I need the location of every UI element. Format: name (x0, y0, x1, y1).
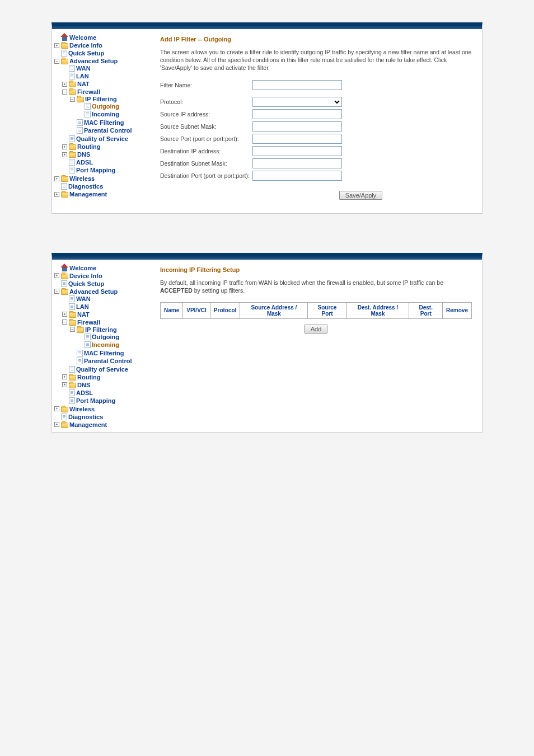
page-icon (85, 334, 91, 340)
page-icon (77, 119, 83, 126)
nav-adsl[interactable]: ADSL (76, 389, 93, 396)
col-remove: Remove (443, 302, 472, 318)
desc-text-post: by setting up filters. (193, 287, 245, 294)
input-src-port[interactable] (252, 134, 342, 144)
page-icon (69, 397, 75, 404)
input-src-ip[interactable] (252, 109, 342, 119)
input-dst-port[interactable] (252, 171, 342, 181)
nav-welcome[interactable]: Welcome (69, 265, 96, 271)
home-icon (61, 265, 68, 271)
folder-icon (61, 274, 68, 279)
col-protocol: Protocol (210, 302, 240, 318)
nav-routing[interactable]: Routing (77, 143, 101, 150)
expand-icon[interactable]: + (62, 374, 67, 379)
nav-firewall[interactable]: Firewall (77, 88, 100, 95)
nav-tree: Welcome +Device Info Quick Setup −Advanc… (54, 264, 148, 429)
nav-wireless[interactable]: Wireless (69, 175, 95, 182)
label-protocol: Protocol: (160, 98, 252, 105)
folder-icon (69, 312, 76, 318)
label-dst-ip: Destination IP address: (160, 148, 252, 154)
nav-advanced-setup[interactable]: Advanced Setup (69, 288, 118, 295)
expand-icon[interactable]: + (62, 82, 67, 87)
nav-port-mapping[interactable]: Port Mapping (76, 397, 115, 404)
nav-ip-filtering[interactable]: IP Filtering (85, 96, 117, 102)
nav-nat[interactable]: NAT (77, 311, 90, 318)
collapse-icon[interactable]: − (62, 320, 67, 325)
expand-icon[interactable]: + (54, 176, 59, 181)
nav-quick-setup[interactable]: Quick Setup (68, 50, 104, 57)
router-page-incoming-filter: Welcome +Device Info Quick Setup −Advanc… (51, 253, 483, 433)
expand-icon[interactable]: + (54, 273, 59, 278)
nav-device-info[interactable]: Device Info (69, 42, 102, 49)
collapse-icon[interactable]: − (70, 97, 75, 102)
nav-outgoing[interactable]: Outgoing (92, 334, 119, 340)
nav-advanced-setup[interactable]: Advanced Setup (69, 58, 118, 64)
collapse-icon[interactable]: − (54, 289, 59, 294)
nav-dns[interactable]: DNS (77, 151, 90, 158)
select-protocol[interactable] (252, 97, 342, 107)
page-icon (69, 135, 75, 142)
expand-icon[interactable]: + (62, 312, 67, 317)
nav-port-mapping[interactable]: Port Mapping (76, 167, 115, 173)
nav-wan[interactable]: WAN (76, 65, 91, 72)
col-name: Name (161, 302, 183, 318)
nav-management[interactable]: Management (69, 421, 107, 428)
expand-icon[interactable]: + (62, 152, 67, 157)
nav-dns[interactable]: DNS (77, 382, 90, 388)
nav-diagnostics[interactable]: Diagnostics (68, 414, 103, 420)
input-filter-name[interactable] (252, 80, 342, 90)
nav-parental-control[interactable]: Parental Control (84, 358, 132, 364)
main-content: Add IP Filter -- Outgoing The screen all… (150, 30, 482, 213)
folder-icon (69, 383, 76, 388)
nav-lan[interactable]: LAN (76, 303, 89, 310)
page-icon (69, 73, 75, 79)
nav-management[interactable]: Management (69, 191, 107, 198)
nav-wan[interactable]: WAN (76, 295, 91, 302)
input-dst-ip[interactable] (252, 146, 342, 156)
label-dst-mask: Destination Subnet Mask: (160, 160, 252, 167)
collapse-icon[interactable]: − (70, 327, 75, 332)
nav-wireless[interactable]: Wireless (69, 406, 95, 412)
nav-ip-filtering[interactable]: IP Filtering (85, 326, 117, 333)
label-dst-port: Destination Port (port or port:port): (160, 172, 252, 179)
page-icon (77, 358, 83, 364)
nav-device-info[interactable]: Device Info (69, 273, 102, 279)
col-vpivci: VPI/VCI (183, 302, 210, 318)
expand-icon[interactable]: + (54, 43, 59, 48)
nav-mac-filtering[interactable]: MAC Filtering (84, 350, 124, 356)
nav-firewall[interactable]: Firewall (77, 319, 100, 326)
nav-outgoing[interactable]: Outgoing (92, 103, 119, 110)
nav-welcome[interactable]: Welcome (69, 34, 96, 41)
nav-routing[interactable]: Routing (77, 374, 101, 381)
expand-icon[interactable]: + (54, 406, 59, 411)
expand-icon[interactable]: + (62, 144, 67, 149)
nav-lan[interactable]: LAN (76, 73, 89, 79)
nav-mac-filtering[interactable]: MAC Filtering (84, 119, 124, 126)
main-content: Incoming IP Filtering Setup By default, … (150, 261, 482, 432)
nav-qos[interactable]: Quality of Service (76, 135, 128, 142)
page-icon (61, 280, 67, 287)
collapse-icon[interactable]: − (54, 59, 59, 64)
add-button[interactable]: Add (305, 325, 328, 334)
label-src-mask: Source Subnet Mask: (160, 123, 252, 130)
nav-incoming[interactable]: Incoming (92, 341, 119, 348)
save-apply-button[interactable]: Save/Apply (339, 191, 383, 200)
page-title: Add IP Filter -- Outgoing (160, 36, 472, 43)
folder-icon (61, 176, 68, 182)
folder-open-icon (61, 289, 68, 295)
nav-incoming[interactable]: Incoming (92, 111, 119, 118)
expand-icon[interactable]: + (54, 422, 59, 427)
expand-icon[interactable]: + (54, 192, 59, 197)
nav-adsl[interactable]: ADSL (76, 159, 93, 166)
label-filter-name: Filter Name: (160, 82, 252, 88)
nav-quick-setup[interactable]: Quick Setup (68, 280, 104, 287)
collapse-icon[interactable]: − (62, 90, 67, 95)
expand-icon[interactable]: + (62, 382, 67, 387)
nav-diagnostics[interactable]: Diagnostics (68, 183, 103, 190)
nav-qos[interactable]: Quality of Service (76, 366, 128, 373)
input-src-mask[interactable] (252, 121, 342, 132)
folder-open-icon (61, 59, 68, 64)
input-dst-mask[interactable] (252, 158, 342, 168)
nav-parental-control[interactable]: Parental Control (84, 127, 132, 134)
nav-nat[interactable]: NAT (77, 81, 90, 87)
